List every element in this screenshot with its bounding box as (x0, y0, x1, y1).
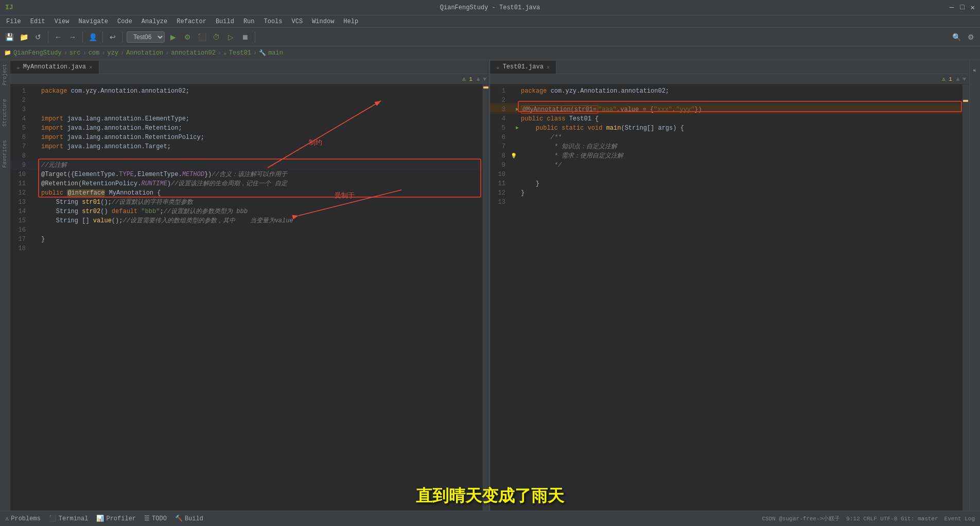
menu-tools[interactable]: Tools (260, 17, 287, 26)
title-bar-controls[interactable]: — □ ✕ (950, 3, 975, 12)
code-line-15: 15 String [] value();//设置需要传入的数组类型的参数，其中… (10, 216, 489, 225)
code-line-10: 10 @Target({ElementType.TYPE,ElementType… (10, 170, 489, 179)
minimize-button[interactable]: — (950, 3, 954, 12)
menu-vcs[interactable]: VCS (288, 17, 307, 26)
nav-annotation[interactable]: Annotation (126, 49, 163, 57)
toolbar-sep-3 (102, 32, 103, 42)
sidebar-favorites[interactable]: Favorites (2, 140, 8, 168)
nav-main[interactable]: main (268, 49, 283, 57)
nav-annotation02[interactable]: annotation02 (171, 49, 215, 57)
run-config-selector[interactable]: Test06 (127, 31, 165, 43)
menu-file[interactable]: File (2, 17, 25, 26)
code-line-9: 9 //元注解 (10, 161, 489, 170)
toolbar-back-btn[interactable]: ← (52, 31, 64, 43)
search-everywhere-btn[interactable]: 🔍 (950, 31, 962, 43)
code-line-14: 14 String str02() default "bbb";//设置默认的参… (10, 207, 489, 216)
coverage-button[interactable]: ⬛ (196, 31, 208, 43)
left-tab-label: MyAnnotation.java (23, 63, 86, 71)
menu-edit[interactable]: Edit (26, 17, 49, 26)
stop-button[interactable]: ⏹ (239, 31, 251, 43)
title-bar: IJ QianFengStudy - Test01.java — □ ✕ (0, 0, 980, 15)
toolbar-open-btn[interactable]: 📁 (18, 31, 30, 43)
left-code-area[interactable]: 1 package com.yzy.Annotation.annotation0… (10, 84, 489, 511)
code-line-4: 4 import java.lang.annotation.ElementTyp… (10, 114, 489, 124)
toolbar-forward-btn[interactable]: → (66, 31, 79, 43)
right-warning-icon: ⚠ 1 (942, 76, 952, 82)
main-layout: Project Structure Favorites ☕ MyAnnotati… (0, 60, 980, 511)
left-tab-close[interactable]: ✕ (89, 64, 93, 71)
menu-refactor[interactable]: Refactor (172, 17, 211, 26)
status-csdn: CSDN @sugar-free->小糕子 (762, 515, 841, 522)
todo-tab[interactable]: ☰ TODO (144, 515, 167, 522)
nav-sep-5: › (165, 49, 169, 57)
code-line-6: 6 import java.lang.annotation.RetentionP… (10, 133, 489, 142)
more-run-button[interactable]: ▷ (224, 31, 237, 43)
right-scroll-down[interactable]: ▼ (962, 76, 966, 82)
problems-tab[interactable]: ⚠ Problems (5, 515, 41, 522)
r-code-line-9: 9 */ (490, 161, 969, 170)
r-code-line-4: 4 public class Test01 { (490, 114, 969, 124)
right-margin-bar (962, 84, 969, 511)
split-editors: ☕ MyAnnotation.java ✕ ⚠ 1 ▲ ▼ (10, 60, 970, 511)
sidebar-right-notifications[interactable]: ⚑ (972, 67, 978, 73)
right-tab-test01[interactable]: ☕ Test01.java ✕ (490, 60, 556, 74)
left-tab-myannotation[interactable]: ☕ MyAnnotation.java ✕ (10, 60, 99, 74)
nav-test01[interactable]: Test01 (229, 49, 251, 57)
menu-run[interactable]: Run (239, 17, 259, 26)
right-sidebar: ⚑ (970, 60, 980, 511)
nav-project[interactable]: QianFengStudy (13, 49, 62, 57)
menu-help[interactable]: Help (339, 17, 362, 26)
left-warning-icon: ⚠ 1 (462, 76, 472, 82)
sidebar-project[interactable]: Project (2, 64, 8, 85)
nav-yzy[interactable]: yzy (107, 49, 118, 57)
menu-window[interactable]: Window (308, 17, 338, 26)
menu-analyze[interactable]: Analyze (137, 17, 171, 26)
settings-btn[interactable]: ⚙ (965, 31, 977, 43)
terminal-tab[interactable]: ⬛ Terminal (49, 515, 89, 522)
r-code-line-5: 5 ▶ public static void main(String[] arg… (490, 124, 969, 133)
title-bar-left: IJ (5, 4, 13, 11)
nav-sep-4: › (120, 49, 124, 57)
right-scroll-up[interactable]: ▲ (956, 76, 960, 82)
r-code-line-7: 7 * 知识点：自定义注解 (490, 142, 969, 151)
toolbar-save-btn[interactable]: 💾 (3, 31, 15, 43)
nav-sep-7: › (253, 49, 257, 57)
profiler-tab[interactable]: 📊 Profiler (96, 515, 136, 522)
nav-sep-2: › (82, 49, 86, 57)
code-line-8: 8 (10, 151, 489, 161)
close-button[interactable]: ✕ (971, 3, 975, 12)
nav-src[interactable]: src (69, 49, 81, 57)
debug-button[interactable]: ⚙ (181, 31, 194, 43)
menu-bar: File Edit View Navigate Code Analyze Ref… (0, 15, 980, 28)
editors-container: ☕ MyAnnotation.java ✕ ⚠ 1 ▲ ▼ (10, 60, 970, 511)
menu-navigate[interactable]: Navigate (74, 17, 112, 26)
code-line-18: 18 (10, 244, 489, 253)
nav-sep-1: › (64, 49, 67, 57)
build-icon: 🔨 (175, 515, 183, 522)
maximize-button[interactable]: □ (960, 3, 964, 12)
build-tab[interactable]: 🔨 Build (175, 515, 203, 522)
subtitle-text: 直到晴天变成了雨天 (416, 487, 564, 506)
right-editor-pane: ☕ Test01.java ✕ ⚠ 1 ▲ ▼ (490, 60, 970, 511)
left-editor-content: 1 package com.yzy.Annotation.annotation0… (10, 84, 489, 511)
sidebar-structure[interactable]: Structure (2, 99, 8, 127)
toolbar-user-btn[interactable]: 👤 (86, 31, 99, 43)
left-scroll-up[interactable]: ▲ (477, 76, 480, 82)
problems-icon: ⚠ (5, 515, 9, 522)
menu-build[interactable]: Build (212, 17, 238, 26)
run-button[interactable]: ▶ (167, 31, 179, 43)
code-line-11: 11 @Retention(RetentionPolicy.RUNTIME)//… (10, 179, 489, 188)
toolbar-undo-btn[interactable]: ↩ (107, 31, 119, 43)
r-code-line-13: 13 (490, 198, 969, 207)
code-line-13: 13 String str01();//设置默认的字符串类型参数 (10, 198, 489, 207)
right-code-area[interactable]: 1 package com.yzy.Annotation.annotation0… (490, 84, 969, 511)
event-log-btn[interactable]: Event Log (944, 516, 975, 522)
profile-button[interactable]: ⏱ (210, 31, 222, 43)
r-code-line-3: 3 ▶ @MyAnnotation(str01="aaa",value = {"… (490, 105, 969, 114)
left-scroll-down[interactable]: ▼ (483, 76, 486, 82)
right-tab-close[interactable]: ✕ (547, 64, 550, 71)
toolbar-refresh-btn[interactable]: ↺ (32, 31, 44, 43)
nav-com[interactable]: com (89, 49, 100, 57)
menu-code[interactable]: Code (113, 17, 136, 26)
menu-view[interactable]: View (50, 17, 74, 26)
